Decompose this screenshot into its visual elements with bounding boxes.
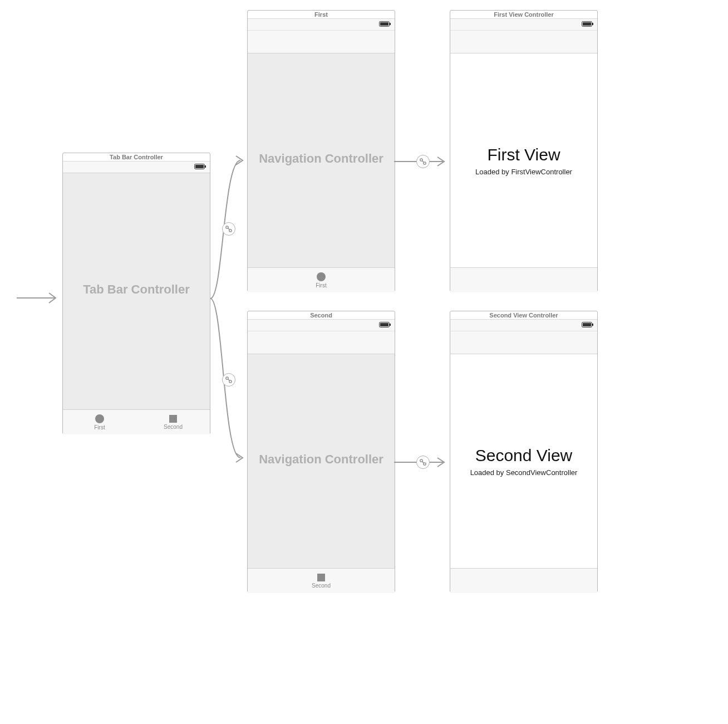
scene-second-vc[interactable]: Second View Controller Second View Loade… (450, 311, 598, 593)
svg-rect-12 (390, 23, 391, 25)
navigation-bar (450, 331, 597, 354)
tab-item-first[interactable]: First (310, 268, 332, 292)
scene-title: Second View Controller (450, 311, 597, 320)
svg-line-16 (422, 161, 424, 163)
tab-label: First (316, 282, 326, 288)
svg-rect-2 (195, 165, 204, 168)
svg-rect-3 (205, 165, 206, 168)
segue-relationship-icon[interactable] (222, 222, 235, 236)
scene-title: Second (248, 311, 395, 320)
tab-bar-placeholder (450, 568, 597, 593)
square-icon (317, 574, 325, 581)
battery-icon (582, 21, 594, 27)
status-bar (248, 320, 395, 331)
svg-rect-18 (583, 22, 591, 26)
tab-label: First (94, 424, 105, 431)
battery-icon (379, 322, 391, 327)
status-bar (63, 162, 210, 173)
tab-bar: First (248, 267, 395, 292)
storyboard-canvas[interactable]: Tab Bar Controller Tab Bar Controller Fi… (0, 0, 728, 724)
circle-icon (317, 272, 326, 281)
tab-label: Second (164, 424, 183, 430)
status-bar (450, 19, 597, 31)
view-subtitle: Loaded by SecondViewController (470, 468, 578, 477)
tab-item-second[interactable]: Second (136, 410, 210, 434)
svg-rect-28 (583, 323, 591, 326)
scene-title: First View Controller (450, 11, 597, 19)
battery-icon (194, 164, 206, 169)
tab-bar: First Second (63, 409, 210, 434)
svg-rect-29 (592, 324, 593, 326)
view-subtitle: Loaded by FirstViewController (475, 168, 572, 176)
scene-first-vc[interactable]: First View Controller First View Loaded … (450, 10, 598, 292)
status-bar (248, 19, 395, 31)
scene-nav-second[interactable]: Second Navigation Controller Second (247, 311, 395, 593)
svg-rect-19 (592, 23, 593, 25)
placeholder-label: Navigation Controller (248, 452, 395, 467)
entry-arrow (17, 290, 61, 306)
circle-icon (95, 414, 104, 423)
battery-icon (582, 322, 594, 327)
tab-item-second[interactable]: Second (306, 569, 336, 593)
tab-bar: Second (248, 568, 395, 593)
tab-item-first[interactable]: First (63, 410, 136, 434)
segue-relationship-icon[interactable] (416, 456, 430, 469)
battery-icon (379, 21, 391, 27)
segue-relationship-icon[interactable] (416, 155, 430, 168)
status-bar (450, 320, 597, 331)
scene-nav-first[interactable]: First Navigation Controller First (247, 10, 395, 292)
svg-rect-22 (390, 324, 391, 326)
svg-line-9 (228, 379, 230, 381)
view-heading: First View (487, 145, 560, 164)
svg-line-6 (228, 228, 230, 230)
tab-bar-placeholder (450, 267, 597, 292)
svg-rect-21 (380, 323, 388, 326)
view-heading: Second View (475, 446, 573, 465)
segue-relationship-icon[interactable] (222, 373, 235, 387)
placeholder-label: Tab Bar Controller (63, 282, 210, 297)
scene-tab-bar-controller[interactable]: Tab Bar Controller Tab Bar Controller Fi… (62, 153, 210, 434)
scene-title: First (248, 11, 395, 19)
svg-line-26 (422, 462, 424, 463)
navigation-bar (248, 31, 395, 53)
placeholder-label: Navigation Controller (248, 151, 395, 166)
svg-rect-11 (380, 22, 388, 26)
navigation-bar (248, 331, 395, 354)
scene-title: Tab Bar Controller (63, 153, 210, 162)
navigation-bar (450, 31, 597, 53)
square-icon (169, 415, 177, 423)
tab-label: Second (312, 583, 331, 589)
